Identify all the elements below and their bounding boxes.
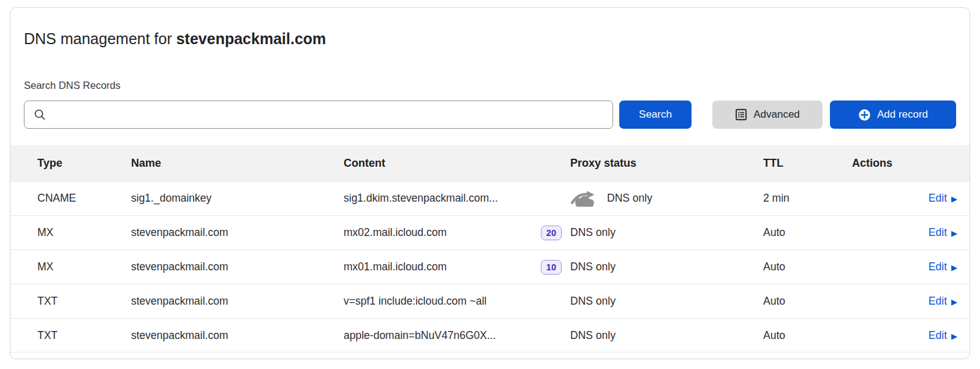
cell-name: stevenpackmail.com	[131, 329, 344, 342]
cell-content: v=spf1 include:icloud.com ~all	[344, 295, 570, 308]
search-button[interactable]: Search	[619, 101, 692, 129]
column-header-content: Content	[344, 157, 570, 170]
page-title-domain: stevenpackmail.com	[176, 30, 326, 47]
add-record-button[interactable]: Add record	[830, 101, 956, 129]
cell-type: MX	[37, 261, 131, 273]
edit-caret-icon: ▶	[951, 298, 957, 306]
edit-link-label: Edit	[929, 261, 947, 273]
record-content-text: sig1.dkim.stevenpackmail.com...	[344, 192, 498, 205]
column-header-name: Name	[131, 157, 344, 170]
edit-caret-icon: ▶	[951, 332, 957, 340]
cell-actions: Edit ▶	[852, 295, 957, 308]
cell-proxy-status: DNS only	[570, 329, 763, 342]
proxy-status-text: DNS only	[607, 192, 652, 205]
dns-records-table: Type Name Content Proxy status TTL Actio…	[10, 145, 970, 352]
edit-link[interactable]: Edit ▶	[929, 295, 957, 308]
table-body: CNAME sig1._domainkey sig1.dkim.stevenpa…	[10, 181, 970, 352]
priority-badge: 20	[541, 226, 562, 240]
table-row: TXT stevenpackmail.com v=spf1 include:ic…	[10, 284, 970, 318]
edit-caret-icon: ▶	[951, 229, 957, 237]
dns-only-cloud-icon	[570, 190, 597, 207]
column-header-type: Type	[37, 157, 131, 170]
edit-link-label: Edit	[929, 192, 947, 205]
cell-name: stevenpackmail.com	[131, 295, 344, 308]
edit-caret-icon: ▶	[951, 195, 957, 203]
cell-content: mx01.mail.icloud.com 10	[344, 260, 570, 275]
cell-actions: Edit ▶	[852, 261, 957, 273]
page-title: DNS management for stevenpackmail.com	[24, 28, 956, 49]
dns-management-card: DNS management for stevenpackmail.com Se…	[10, 7, 970, 359]
cell-ttl: Auto	[763, 329, 852, 342]
proxy-status-text: DNS only	[570, 295, 616, 308]
toolbar: Search Advanced	[24, 101, 956, 129]
cell-ttl: 2 min	[763, 192, 852, 205]
edit-link[interactable]: Edit ▶	[929, 226, 957, 239]
edit-link-label: Edit	[929, 295, 947, 308]
proxy-status-text: DNS only	[570, 226, 616, 239]
cell-ttl: Auto	[763, 295, 852, 308]
cell-content: apple-domain=bNuV47n6G0X...	[344, 329, 570, 342]
record-content-text: mx02.mail.icloud.com	[344, 226, 447, 239]
cell-name: stevenpackmail.com	[131, 261, 344, 273]
column-header-actions: Actions	[852, 157, 957, 170]
table-row: MX stevenpackmail.com mx01.mail.icloud.c…	[10, 249, 970, 284]
edit-link[interactable]: Edit ▶	[929, 192, 957, 205]
cell-actions: Edit ▶	[852, 329, 957, 342]
cell-ttl: Auto	[763, 261, 852, 273]
edit-link[interactable]: Edit ▶	[929, 329, 957, 342]
cell-content: sig1.dkim.stevenpackmail.com...	[344, 192, 570, 205]
table-row: MX stevenpackmail.com mx02.mail.icloud.c…	[10, 215, 970, 249]
cell-proxy-status: DNS only	[570, 226, 763, 239]
edit-caret-icon: ▶	[951, 264, 957, 272]
record-content-text: apple-domain=bNuV47n6G0X...	[344, 329, 496, 342]
table-row: TXT stevenpackmail.com apple-domain=bNuV…	[10, 318, 970, 352]
cell-type: TXT	[37, 329, 131, 342]
plus-circle-icon	[858, 108, 871, 121]
top-section: DNS management for stevenpackmail.com Se…	[10, 28, 970, 129]
table-row: CNAME sig1._domainkey sig1.dkim.stevenpa…	[10, 181, 970, 215]
search-label: Search DNS Records	[24, 79, 956, 91]
column-header-proxy-status: Proxy status	[570, 157, 763, 170]
record-content-text: mx01.mail.icloud.com	[344, 261, 447, 273]
cell-type: TXT	[37, 295, 131, 308]
table-header-row: Type Name Content Proxy status TTL Actio…	[10, 145, 970, 181]
page-title-prefix: DNS management for	[24, 30, 176, 47]
add-record-button-label: Add record	[877, 108, 928, 121]
cell-type: CNAME	[37, 192, 131, 205]
edit-link[interactable]: Edit ▶	[929, 261, 957, 273]
advanced-button[interactable]: Advanced	[712, 101, 823, 129]
search-box	[24, 101, 613, 129]
cell-name: sig1._domainkey	[131, 192, 344, 205]
cell-ttl: Auto	[763, 226, 852, 239]
cell-name: stevenpackmail.com	[131, 226, 344, 239]
search-input[interactable]	[24, 101, 613, 129]
column-header-ttl: TTL	[763, 157, 852, 170]
advanced-button-label: Advanced	[753, 108, 800, 121]
cell-content: mx02.mail.icloud.com 20	[344, 226, 570, 240]
cell-type: MX	[37, 226, 131, 239]
cell-proxy-status: DNS only	[570, 190, 763, 207]
priority-badge: 10	[541, 260, 562, 275]
proxy-status-text: DNS only	[570, 261, 616, 273]
edit-link-label: Edit	[929, 226, 947, 239]
cell-actions: Edit ▶	[852, 192, 957, 205]
list-document-icon	[735, 108, 747, 121]
record-content-text: v=spf1 include:icloud.com ~all	[344, 295, 486, 308]
proxy-status-text: DNS only	[570, 329, 616, 342]
cell-actions: Edit ▶	[852, 226, 957, 239]
edit-link-label: Edit	[929, 329, 947, 342]
cell-proxy-status: DNS only	[570, 295, 763, 308]
cell-proxy-status: DNS only	[570, 261, 763, 273]
page: DNS management for stevenpackmail.com Se…	[0, 0, 980, 369]
